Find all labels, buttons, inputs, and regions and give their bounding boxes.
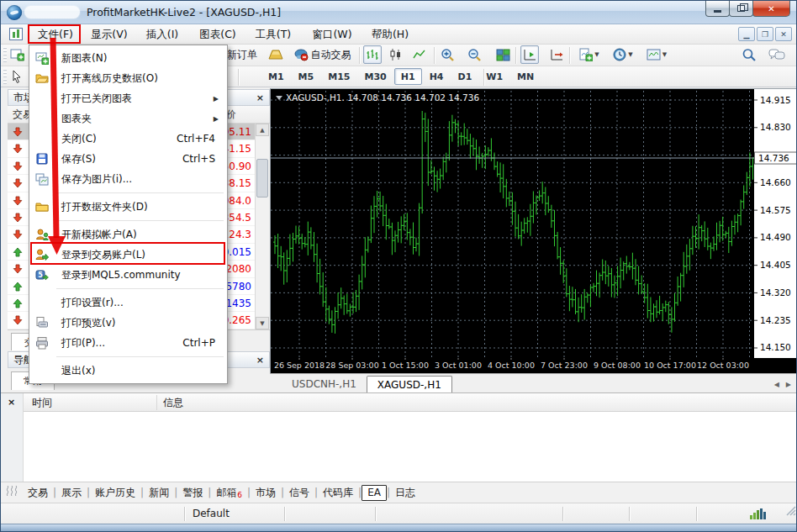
tile-windows-icon[interactable] (494, 45, 512, 64)
status-profile-label[interactable]: Default (193, 508, 230, 519)
new-order-button[interactable]: 新订单 (226, 45, 258, 64)
file-menu-item-11[interactable]: 5登录到MQL5.community (31, 265, 225, 285)
periods-button[interactable]: ▼ (609, 45, 637, 64)
file-menu-item-1[interactable]: 新图表(N) (31, 48, 225, 68)
chart-shift-icon[interactable] (520, 45, 539, 64)
separator (434, 47, 435, 64)
menu-item-1[interactable]: 文件(F) (31, 26, 80, 43)
file-menu-item-8[interactable]: 打开数据文件夹(D) (31, 197, 225, 217)
bar-chart-mode-icon[interactable] (363, 45, 382, 64)
timeframe-button-m15[interactable]: M15 (321, 68, 356, 85)
line-chart-mode-icon[interactable] (410, 45, 429, 64)
minimize-button[interactable] (705, 1, 730, 17)
statusbar-divider (184, 507, 185, 521)
file-menu-item-15[interactable]: 退出(x) (31, 361, 225, 381)
toolbar-gripper[interactable] (3, 47, 7, 64)
file-menu-item-12[interactable]: 打印设置(r)... (31, 292, 225, 313)
terminal-close-icon[interactable]: × (8, 397, 15, 408)
menu-item-7[interactable]: 帮助(H) (366, 26, 414, 43)
menu-item-6[interactable]: 窗口(W) (305, 26, 359, 43)
zoom-in-icon[interactable] (439, 45, 457, 64)
navigator-close-icon[interactable]: × (256, 356, 264, 365)
timeframe-button-d1[interactable]: D1 (451, 68, 479, 85)
timeframe-button-m5[interactable]: M5 (292, 68, 321, 85)
timeframe-button-h4[interactable]: H4 (423, 68, 451, 85)
file-menu-item-13[interactable]: 打印预览(v) (31, 313, 225, 333)
chart-canvas[interactable]: 14.91514.83014.66014.57514.49014.40514.3… (271, 89, 797, 373)
file-menu-item-7[interactable]: 保存为图片(i)... (31, 169, 225, 189)
templates-button[interactable]: ▼ (642, 45, 671, 64)
menu-item-4[interactable]: 图表(C) (194, 26, 241, 43)
print-preview-icon (35, 316, 49, 329)
terminal-tab-1[interactable]: 交易 (23, 485, 53, 501)
zoom-out-icon[interactable] (466, 45, 484, 64)
resize-grip[interactable] (785, 505, 796, 516)
date-tick-label: 7 Oct 23:00 (541, 361, 588, 370)
scrollbar-thumb[interactable] (256, 159, 268, 198)
timeframe-button-m1[interactable]: M1 (261, 68, 291, 85)
cursor-tool-icon[interactable] (8, 67, 26, 86)
date-tick-label: 26 Sep 2018 (274, 361, 325, 370)
mdi-minimize-button[interactable]: ▁ (738, 27, 755, 41)
file-menu-item-6[interactable]: 保存(S)Ctrl+S (31, 149, 225, 169)
price-down-arrow-icon (13, 229, 23, 240)
tab-scroll-right-icon[interactable]: ▶ (786, 381, 791, 388)
separator (238, 69, 239, 86)
terminal-tab-4[interactable]: 新闻 (144, 485, 174, 501)
indicators-button[interactable]: ▼ (575, 45, 604, 64)
terminal-tab-7[interactable]: 市场 (251, 485, 281, 501)
terminal-tab-8[interactable]: 信号 (284, 485, 314, 501)
mail-count-badge: 6 (237, 491, 242, 499)
menu-item-2[interactable]: 显示(V) (85, 26, 134, 43)
terminal-tab-9[interactable]: 代码库 (318, 485, 358, 501)
market-watch-close-icon[interactable]: × (256, 93, 264, 103)
terminal-tab-11[interactable]: 日志 (390, 485, 420, 501)
statusbar-divider (375, 507, 376, 521)
terminal-tab-5[interactable]: 警报 (177, 485, 208, 501)
toolbar-gripper[interactable] (3, 69, 7, 86)
terminal-tab-6[interactable]: 邮箱6 (211, 485, 247, 501)
column-separator[interactable] (156, 395, 157, 410)
message-column-header[interactable]: 信息 (163, 396, 183, 410)
tab-scroll-left-icon[interactable]: ◀ (774, 381, 779, 388)
restore-button[interactable] (729, 1, 753, 17)
file-menu-item-9[interactable]: 开新模拟帐户(A) (31, 224, 225, 245)
file-menu-item-label: 图表夹 (61, 112, 92, 126)
time-column-header[interactable]: 时间 (32, 396, 52, 410)
close-button[interactable]: ✕ (752, 1, 790, 17)
file-menu-item-14[interactable]: 打印(P)...Ctrl+P (31, 333, 225, 353)
chart-tab-2[interactable]: XAGUSD-,H1 (367, 376, 452, 392)
menu-item-5[interactable]: 工具(T) (250, 26, 297, 43)
menu-item-3[interactable]: 插入(I) (140, 26, 184, 43)
file-menu-item-4[interactable]: 图表夹▶ (31, 108, 225, 129)
terminal-tab-3[interactable]: 账户历史 (90, 485, 140, 501)
autotrading-button[interactable]: 自动交易 (288, 45, 356, 64)
candlestick-mode-icon[interactable] (387, 45, 405, 64)
scroll-up-icon[interactable]: ▲ (256, 124, 269, 136)
auto-scroll-icon[interactable] (547, 45, 566, 64)
file-menu-item-2[interactable]: 打开离线历史数据(O) (31, 68, 225, 88)
terminal-tab-10[interactable]: EA (362, 485, 387, 501)
chat-icon[interactable] (768, 45, 786, 64)
new-chart-toolbar-icon[interactable] (8, 45, 26, 64)
scroll-down-icon[interactable]: ▼ (256, 317, 269, 329)
file-menu-item-shortcut: Ctrl+F4 (177, 133, 215, 145)
terminal-tab-label: 信号 (289, 486, 309, 500)
file-menu-item-10[interactable]: 登录到交易账户(L) (31, 245, 225, 265)
mdi-close-button[interactable]: ✕ (775, 27, 792, 41)
search-icon[interactable] (740, 45, 758, 64)
application-window: ProfitMarketHK-Live2 - [XAGUSD-,H1] ✕ 文件… (0, 0, 797, 532)
bar-glyph (17, 29, 19, 38)
timeframe-button-h1[interactable]: H1 (394, 68, 422, 85)
chart-window-icon[interactable] (9, 28, 23, 40)
gold-shape-icon[interactable] (267, 45, 285, 64)
chart-tab-1[interactable]: USDCNH-,H1 (282, 376, 367, 392)
file-menu-item-5[interactable]: 关闭(C)Ctrl+F4 (31, 129, 225, 149)
mdi-restore-button[interactable]: ❐ (757, 27, 773, 41)
timeframe-button-mn[interactable]: MN (510, 68, 541, 85)
terminal-tab-2[interactable]: 展示 (56, 485, 87, 501)
timeframe-button-m30[interactable]: M30 (357, 68, 393, 85)
file-menu-item-3[interactable]: 打开已关闭图表▶ (31, 88, 225, 108)
market-watch-scrollbar[interactable]: ▲ ▼ (255, 124, 270, 329)
price-chart[interactable]: 14.91514.83014.66014.57514.49014.40514.3… (270, 88, 797, 373)
